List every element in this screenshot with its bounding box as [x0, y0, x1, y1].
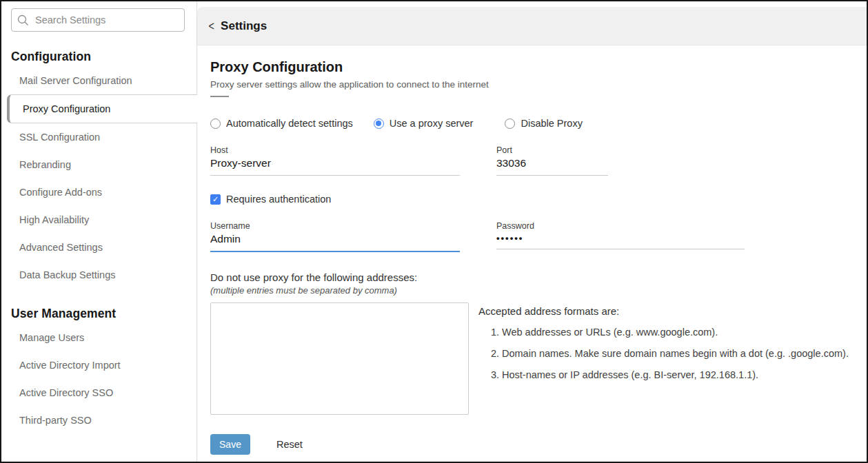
- radio-icon[interactable]: [374, 119, 384, 129]
- credentials-row: Username Password: [210, 221, 853, 252]
- main-panel: < Settings Proxy Configuration Proxy ser…: [197, 1, 867, 462]
- no-proxy-textarea[interactable]: [210, 302, 469, 415]
- sidebar-item-configure-add-ons[interactable]: Configure Add-ons: [1, 178, 196, 206]
- sidebar-nav: ConfigurationMail Server ConfigurationPr…: [1, 32, 196, 434]
- app-window: ConfigurationMail Server ConfigurationPr…: [0, 0, 868, 463]
- radio-option-use-a-proxy-server[interactable]: Use a proxy server: [374, 118, 474, 129]
- host-port-row: Host Port: [210, 145, 853, 176]
- radio-option-disable-proxy[interactable]: Disable Proxy: [505, 118, 582, 129]
- host-label: Host: [210, 145, 460, 155]
- sidebar-item-rebranding[interactable]: Rebranding: [1, 151, 196, 178]
- page-subtitle: Proxy server settings allow the applicat…: [210, 79, 853, 90]
- radio-icon[interactable]: [505, 119, 515, 129]
- header-title[interactable]: Settings: [221, 19, 267, 33]
- proxy-configuration-form: Proxy Configuration Proxy server setting…: [197, 45, 867, 455]
- radio-label: Use a proxy server: [390, 118, 474, 129]
- requires-authentication-label: Requires authentication: [226, 194, 331, 205]
- accepted-format-item: Domain names. Make sure domain names beg…: [502, 348, 849, 359]
- password-label: Password: [496, 221, 745, 231]
- username-field-group: Username: [210, 221, 460, 252]
- no-proxy-row: Accepted address formats are: Web addres…: [210, 302, 853, 415]
- sidebar-item-mail-server-configuration[interactable]: Mail Server Configuration: [1, 67, 196, 94]
- sidebar-item-proxy-configuration[interactable]: Proxy Configuration: [7, 94, 197, 123]
- password-field-group: Password: [496, 221, 745, 252]
- no-proxy-label: Do not use proxy for the following addre…: [210, 271, 853, 283]
- sidebar-item-advanced-settings[interactable]: Advanced Settings: [1, 234, 196, 261]
- radio-label: Automatically detect settings: [226, 118, 353, 129]
- settings-sidebar: ConfigurationMail Server ConfigurationPr…: [1, 1, 197, 462]
- accepted-formats-list: Web addresses or URLs (e.g. www.google.c…: [502, 327, 849, 380]
- page-title: Proxy Configuration: [210, 59, 853, 75]
- requires-authentication-row[interactable]: ✓ Requires authentication: [210, 194, 853, 205]
- sidebar-item-manage-users[interactable]: Manage Users: [1, 324, 196, 351]
- sidebar-item-ssl-configuration[interactable]: SSL Configuration: [1, 123, 196, 151]
- accepted-format-item: Web addresses or URLs (e.g. www.google.c…: [502, 327, 849, 338]
- accepted-formats-title: Accepted address formats are:: [478, 305, 849, 317]
- sidebar-item-data-backup-settings[interactable]: Data Backup Settings: [1, 261, 196, 289]
- host-field-group: Host: [210, 145, 460, 176]
- accepted-format-item: Host-names or IP addresses (e.g. BI-serv…: [502, 369, 849, 380]
- sidebar-item-third-party-sso[interactable]: Third-party SSO: [1, 407, 196, 434]
- username-label: Username: [210, 221, 460, 231]
- requires-authentication-checkbox[interactable]: ✓: [210, 194, 221, 205]
- port-input[interactable]: [496, 155, 608, 176]
- sidebar-item-active-directory-import[interactable]: Active Directory Import: [1, 351, 196, 379]
- back-chevron-icon[interactable]: <: [208, 19, 214, 34]
- radio-label: Disable Proxy: [521, 118, 582, 129]
- sidebar-item-high-availability[interactable]: High Availability: [1, 206, 196, 234]
- reset-button[interactable]: Reset: [276, 439, 303, 450]
- settings-back-header[interactable]: < Settings: [197, 7, 867, 45]
- search-box[interactable]: [11, 8, 185, 32]
- host-input[interactable]: [210, 155, 460, 176]
- radio-option-automatically-detect-settings[interactable]: Automatically detect settings: [210, 118, 353, 129]
- username-input[interactable]: [210, 231, 460, 252]
- form-actions: Save Reset: [210, 434, 853, 455]
- search-icon: [17, 14, 29, 26]
- search-input[interactable]: [35, 14, 179, 25]
- sidebar-item-active-directory-sso[interactable]: Active Directory SSO: [1, 379, 196, 407]
- port-label: Port: [496, 145, 608, 155]
- password-input[interactable]: [496, 231, 745, 249]
- radio-icon[interactable]: [210, 119, 221, 129]
- subtitle-underline: [210, 96, 229, 97]
- proxy-mode-radio-group: Automatically detect settingsUse a proxy…: [210, 118, 853, 129]
- accepted-formats-block: Accepted address formats are: Web addres…: [478, 302, 849, 415]
- no-proxy-section: Do not use proxy for the following addre…: [210, 271, 853, 296]
- sidebar-section-title: Configuration: [1, 32, 196, 67]
- no-proxy-hint: (multiple entries must be separated by c…: [210, 285, 853, 296]
- sidebar-section-title: User Management: [1, 289, 196, 324]
- save-button[interactable]: Save: [210, 434, 250, 455]
- port-field-group: Port: [496, 145, 608, 176]
